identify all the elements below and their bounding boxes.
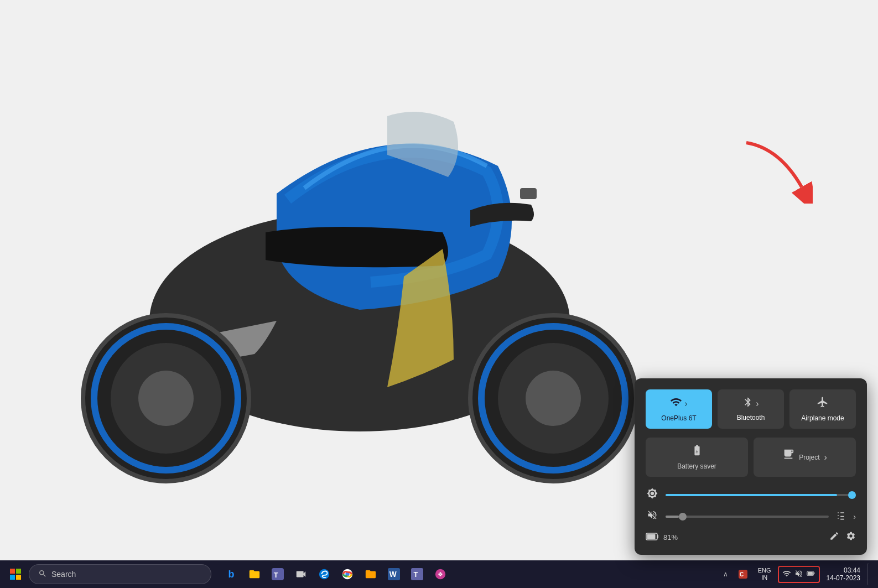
project-label: Project [799, 454, 819, 461]
battery-status-icon[interactable] [806, 568, 817, 581]
taskbar-explorer-icon[interactable] [243, 563, 266, 585]
svg-rect-14 [657, 535, 658, 538]
svg-rect-33 [807, 572, 812, 575]
taskbar-center-apps: b T [220, 563, 451, 585]
edit-icon[interactable] [829, 531, 839, 544]
volume-track[interactable] [666, 516, 829, 518]
quick-tiles-row1: › OnePlus 6T › Bluetooth [646, 389, 856, 429]
taskbar-folder-icon[interactable] [360, 563, 382, 585]
svg-text:C: C [740, 571, 744, 577]
svg-point-4 [138, 371, 194, 426]
bluetooth-label: Bluetooth [737, 414, 765, 422]
taskbar-camera-icon[interactable] [290, 563, 312, 585]
taskbar-teams2-icon[interactable]: T [406, 563, 428, 585]
volume-slider-row: › [646, 509, 856, 523]
brightness-track[interactable] [666, 494, 856, 496]
hidden-icons-button[interactable]: ∧ [719, 563, 732, 585]
svg-rect-16 [16, 569, 21, 574]
battery-saver-label: Battery saver [677, 462, 716, 470]
wifi-expand-arrow[interactable]: › [684, 399, 687, 409]
volume-mute-icon [646, 509, 659, 523]
volume-thumb[interactable] [679, 513, 687, 521]
battery-saver-icon [691, 444, 703, 459]
wifi-tile[interactable]: › OnePlus 6T [646, 389, 712, 429]
bluetooth-icon [742, 397, 754, 410]
bluetooth-tile[interactable]: › Bluetooth [718, 389, 784, 429]
wifi-status-icon[interactable] [781, 568, 792, 581]
taskbar-right: ∧ C ENG IN [719, 563, 878, 585]
battery-saver-tile[interactable]: Battery saver [646, 438, 748, 477]
battery-icon [646, 533, 659, 542]
taskbar-edge-icon[interactable] [313, 563, 335, 585]
svg-rect-10 [520, 188, 537, 199]
svg-rect-34 [814, 572, 814, 574]
svg-text:❖: ❖ [438, 571, 443, 577]
quick-tiles-row2: Battery saver Project › [646, 438, 856, 477]
taskbar-chrome-icon[interactable] [336, 563, 359, 585]
battery-info: 81% [646, 533, 678, 542]
airplane-mode-tile[interactable]: Airplane mode [789, 389, 856, 429]
project-arrow[interactable]: › [824, 452, 827, 462]
language-indicator[interactable]: ENG IN [754, 565, 776, 584]
taskbar-copilot-icon[interactable]: ❖ [429, 563, 451, 585]
brightness-slider-row [646, 488, 856, 502]
show-desktop-button[interactable] [867, 563, 874, 585]
volume-fill [666, 516, 679, 518]
svg-text:W: W [389, 570, 397, 579]
svg-rect-13 [647, 534, 656, 539]
tray-crowdstrike-icon[interactable]: C [735, 563, 751, 585]
airplane-icon [817, 396, 829, 411]
taskbar-left: Search [0, 563, 211, 585]
taskbar: Search b T [0, 560, 878, 588]
brightness-thumb[interactable] [848, 491, 856, 499]
panel-bottom: 81% [646, 531, 856, 544]
settings-icon[interactable] [846, 531, 856, 544]
wifi-icon [670, 396, 682, 411]
clock[interactable]: 03:44 14-07-2023 [822, 564, 865, 584]
taskbar-word-icon[interactable]: W [383, 563, 405, 585]
search-placeholder: Search [51, 570, 76, 579]
region-text: IN [758, 574, 771, 581]
clock-date: 14-07-2023 [827, 574, 860, 582]
project-tile[interactable]: Project › [754, 438, 856, 477]
brightness-icon [646, 488, 659, 502]
taskbar-bing-icon[interactable]: b [220, 563, 242, 585]
svg-rect-15 [10, 569, 15, 574]
svg-text:T: T [414, 570, 418, 579]
project-icon [782, 448, 794, 463]
wifi-label: OnePlus 6T [661, 414, 696, 422]
svg-point-7 [526, 371, 581, 426]
taskbar-teams-icon[interactable]: T [267, 563, 289, 585]
audio-settings-icon[interactable] [835, 510, 846, 523]
svg-rect-17 [10, 575, 15, 580]
system-status-icons [778, 566, 820, 583]
search-icon [38, 569, 47, 580]
audio-expand-arrow[interactable]: › [853, 512, 856, 521]
start-button[interactable] [4, 563, 27, 585]
battery-percentage: 81% [663, 533, 678, 542]
volume-status-icon[interactable] [793, 568, 804, 581]
panel-action-icons [829, 531, 856, 544]
bluetooth-expand-arrow[interactable]: › [756, 399, 758, 409]
quick-settings-panel: › OnePlus 6T › Bluetooth [635, 378, 867, 555]
svg-text:T: T [274, 571, 278, 579]
clock-time: 03:44 [827, 566, 860, 574]
svg-rect-18 [16, 575, 21, 580]
airplane-mode-label: Airplane mode [801, 414, 844, 422]
search-bar[interactable]: Search [29, 564, 211, 584]
brightness-fill [666, 494, 837, 496]
language-text: ENG [758, 567, 771, 574]
